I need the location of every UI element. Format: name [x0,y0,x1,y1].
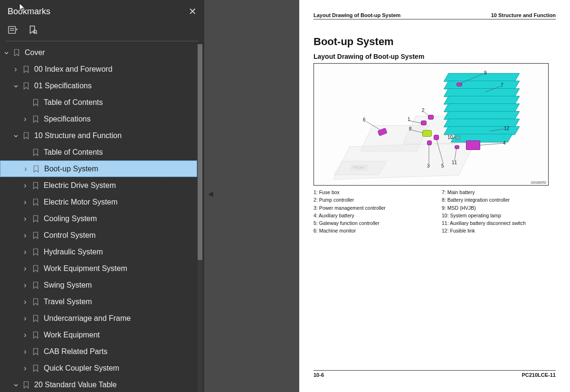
chevron-right-icon[interactable]: › [22,364,28,373]
bookmarks-tree: ⌄Cover›00 Index and Foreword⌄01 Specific… [0,44,204,392]
chevron-right-icon[interactable]: › [22,281,28,289]
bookmark-label: Work Equipment System [44,264,127,273]
bookmark-icon [31,98,40,107]
callout-11: 11 [452,160,457,165]
chevron-right-icon[interactable]: › [22,347,28,356]
collapse-panel-icon[interactable]: ◀ [208,190,213,197]
component-8 [422,130,432,137]
bookmark-item-10-hydraulic[interactable]: ›Hydraulic System [0,243,197,260]
bookmark-item-01-specifications[interactable]: ›Specifications [0,111,197,127]
close-icon[interactable]: ✕ [189,6,197,17]
legend-item: 3: Power management controller [314,204,428,212]
bookmark-icon [31,198,40,206]
component-4 [466,140,480,150]
bookmark-item-10-eds[interactable]: ›Electric Drive System [0,177,197,194]
chevron-right-icon[interactable]: › [22,248,28,256]
chevron-right-icon[interactable]: › [22,115,28,123]
find-bookmark-icon[interactable] [27,24,39,36]
bookmark-icon [32,165,40,173]
chevron-right-icon[interactable]: › [22,264,28,273]
chevron-right-icon[interactable]: › [12,65,19,74]
callout-4: 4 [503,140,506,146]
chevron-right-icon[interactable]: › [22,314,28,323]
chevron-down-icon[interactable]: ⌄ [12,79,19,90]
bookmark-label: CAB Related Parts [44,347,107,356]
bookmark-label: Electric Drive System [44,181,116,190]
svg-point-3 [33,30,36,33]
legend-item: 6: Machine monitor [314,227,428,234]
legend-item: 5: Gateway function controller [314,219,428,227]
legend-item: 10: System operating lamp [442,212,556,219]
bookmark-icon [31,148,40,157]
bookmark-item-10-toc[interactable]: Table of Contents [0,144,197,160]
bookmark-icon [31,314,40,323]
bookmark-item-10-we[interactable]: ›Work Equipment [0,327,197,343]
legend-item: 9: MSD (HVJB) [442,204,556,212]
component-10 [456,136,460,140]
page-header-left: Layout Drawing of Boot-up System [314,12,400,18]
chevron-down-icon[interactable]: ⌄ [12,129,19,140]
legend-item: 12: Fusible link [442,227,556,234]
bookmark-item-10-workeq[interactable]: ›Work Equipment System [0,260,197,277]
component-5 [434,135,439,140]
bookmark-label: 00 Index and Foreword [34,65,113,74]
bookmark-icon [31,281,40,289]
component-1 [421,121,427,125]
scrollbar-thumb[interactable] [198,44,202,260]
bookmark-item-01-spec[interactable]: ⌄01 Specifications [0,77,197,94]
chevron-down-icon[interactable]: ⌄ [3,46,10,56]
bookmark-item-10-cab[interactable]: ›CAB Related Parts [0,343,197,360]
bookmark-item-10-travel[interactable]: ›Travel System [0,293,197,310]
bookmark-item-10-control[interactable]: ›Control System [0,227,197,243]
bookmark-icon [22,131,30,140]
page-title: Boot-up System [314,36,556,48]
bookmark-label: Table of Contents [44,148,103,157]
callout-1: 1 [408,117,410,122]
bookmark-label: Swing System [44,281,92,289]
callout-6: 6 [363,117,366,122]
bookmark-item-10-quick[interactable]: ›Quick Coupler System [0,360,197,376]
bookmark-item-00-index[interactable]: ›00 Index and Foreword [0,61,197,77]
bookmark-item-20-svt[interactable]: ⌄20 Standard Value Table [0,376,197,392]
bookmark-item-10-swing[interactable]: ›Swing System [0,277,197,293]
bookmark-item-01-toc[interactable]: Table of Contents [0,94,197,111]
chevron-right-icon[interactable]: › [22,165,29,173]
front-tag: FRONT [351,165,368,170]
bookmark-label: Travel System [44,298,92,306]
legend-item: 11: Auxiliary battery disconnect switch [442,219,556,227]
bookmark-label: Boot-up System [44,165,98,173]
legend-item: 7: Main battery [442,188,556,196]
bookmark-item-10-cooling[interactable]: ›Cooling System [0,210,197,227]
panel-title: Bookmarks [8,7,50,17]
bookmark-icon [31,231,40,240]
callout-2: 2 [422,108,425,113]
bookmark-item-cover[interactable]: ⌄Cover [0,44,197,61]
bookmarks-panel: Bookmarks ✕ ⌄Cover›00 Index and Foreword… [0,0,204,392]
chevron-right-icon[interactable]: › [22,215,28,223]
bookmark-item-10-bootup[interactable]: ›Boot-up System [0,160,197,177]
bookmark-label: Work Equipment [44,331,100,339]
bookmark-options-icon[interactable] [7,24,19,36]
bookmark-item-10-sf[interactable]: ⌄10 Structure and Function [0,127,197,144]
scrollbar[interactable] [198,44,202,392]
page-subtitle: Layout Drawing of Boot-up System [314,53,556,60]
chevron-right-icon[interactable]: › [22,198,28,206]
chevron-right-icon[interactable]: › [22,181,28,190]
chevron-right-icon[interactable]: › [22,298,28,306]
legend: 1: Fuse box2: Pump controller3: Power ma… [314,188,556,235]
bookmark-icon [31,215,40,223]
bookmark-item-10-under[interactable]: ›Undercarriage and Frame [0,310,197,327]
callout-5: 5 [441,163,444,168]
chevron-right-icon[interactable]: › [22,331,28,339]
bookmark-item-10-ems[interactable]: ›Electric Motor System [0,194,197,210]
callout-7: 7 [501,83,504,88]
bookmark-label: Cooling System [44,215,97,223]
svg-rect-0 [9,27,16,34]
bookmark-icon [31,364,40,373]
callout-10: 10 [447,135,453,140]
page-number: 10-6 [314,372,324,378]
page-footer: 10-6 PC210LCE-11 [314,370,556,378]
component-9 [456,83,462,86]
chevron-down-icon[interactable]: ⌄ [12,378,19,389]
chevron-right-icon[interactable]: › [22,231,28,240]
